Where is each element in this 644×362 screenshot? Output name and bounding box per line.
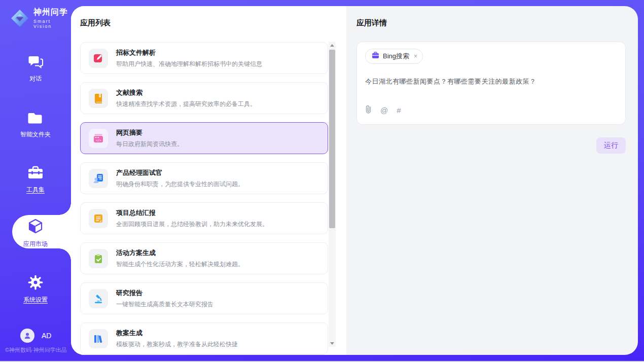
app-card-literature-search[interactable]: 文献搜索 快速精准查找学术资源，提高研究效率的必备工具。 (80, 82, 328, 114)
app-card-web-summary[interactable]: </> 网页摘要 每日政府新闻资讯快查。 (80, 122, 328, 154)
close-icon[interactable]: × (414, 53, 417, 60)
app-card-desc: 明确身份和职责，为您提供专业性的面试问题。 (116, 180, 244, 189)
browser-code-icon: </> (89, 129, 108, 148)
content-shell: 应用列表 招标文件解析 帮助用户快速、准确地理解和解析招标书中的关键信息 (71, 6, 638, 355)
prompt-editor-card[interactable]: Bing搜索 × 今日湖北有哪些新闻要点？有哪些需要关注的最新政策？ @ # (356, 42, 626, 125)
app-detail-title: 应用详情 (356, 18, 626, 28)
scrollbar-thumb[interactable] (329, 50, 335, 228)
edit-square-icon (89, 49, 108, 68)
user-initials: AD (42, 332, 51, 340)
app-list-pane: 应用列表 招标文件解析 帮助用户快速、准确地理解和解析招标书中的关键信息 (71, 6, 346, 355)
brand-text: 神州问学 Smart Vision (33, 7, 71, 29)
interviewer-icon (89, 169, 108, 188)
app-card-desc: 全面回顾项目进展，总结经验教训，助力未来优化发展。 (116, 220, 268, 229)
app-card-desc: 智能生成个性化活动方案，轻松解决规划难题。 (116, 260, 244, 269)
brand-subtitle: Smart Vision (33, 19, 71, 29)
run-button[interactable]: 运行 (596, 137, 626, 154)
scroll-down-icon[interactable] (329, 340, 336, 347)
app-card-lesson-plan-generator[interactable]: 教案生成 模板驱动，教案秒成，教学准备从此轻松快捷 (80, 322, 328, 354)
cube-icon (27, 218, 44, 236)
app-card-name: 教案生成 (116, 329, 238, 338)
sidebar-item-label: 应用市场 (23, 240, 48, 248)
app-card-event-plan-generator[interactable]: 活动方案生成 智能生成个性化活动方案，轻松解决规划难题。 (80, 242, 328, 274)
app-card-list: 招标文件解析 帮助用户快速、准确地理解和解析招标书中的关键信息 文献搜索 快速精… (80, 42, 328, 354)
tool-tag-bing-search[interactable]: Bing搜索 × (365, 49, 423, 64)
tool-tag-label: Bing搜索 (383, 52, 409, 61)
app-card-name: 招标文件解析 (116, 48, 262, 57)
sidebar-item-chat[interactable]: 对话 (0, 55, 71, 83)
brand-name: 神州问学 (33, 7, 71, 18)
app-card-desc: 每日政府新闻资讯快查。 (116, 140, 183, 149)
app-card-desc: 快速精准查找学术资源，提高研究效率的必备工具。 (116, 100, 256, 108)
attach-icon[interactable] (365, 105, 372, 116)
book-icon (89, 89, 108, 108)
app-card-name: 活动方案生成 (116, 248, 244, 258)
sidebar-item-label: 系统设置 (23, 296, 48, 304)
input-toolbar: @ # (365, 105, 617, 116)
app-card-name: 产品经理面试官 (116, 168, 244, 177)
app-card-name: 研究报告 (116, 288, 213, 298)
briefcase-icon (372, 52, 379, 61)
app-card-desc: 帮助用户快速、准确地理解和解析招标书中的关键信息 (116, 60, 262, 68)
notes-icon (89, 209, 108, 228)
sidebar-item-settings[interactable]: 系统设置 (0, 275, 71, 304)
app-list-title: 应用列表 (80, 18, 346, 28)
app-card-desc: 一键智能生成高质量长文本研究报告 (116, 300, 213, 309)
app-card-desc: 模板驱动，教案秒成，教学准备从此轻松快捷 (116, 340, 238, 349)
sidebar-item-toolset[interactable]: 工具集 (0, 166, 71, 194)
app-card-pm-interviewer[interactable]: 产品经理面试官 明确身份和职责，为您提供专业性的面试问题。 (80, 162, 328, 194)
app-card-name: 网页摘要 (116, 128, 183, 137)
toolbox-icon (27, 166, 44, 182)
prompt-text[interactable]: 今日湖北有哪些新闻要点？有哪些需要关注的最新政策？ (365, 77, 617, 86)
user-account[interactable]: AD (20, 329, 51, 343)
avatar (20, 329, 34, 343)
app-card-bid-document-analysis[interactable]: 招标文件解析 帮助用户快速、准确地理解和解析招标书中的关键信息 (80, 42, 328, 74)
sidebar-item-app-market[interactable]: 应用市场 (0, 218, 71, 248)
run-row: 运行 (356, 137, 626, 154)
hash-icon[interactable]: # (397, 106, 401, 115)
app-card-name: 项目总结汇报 (116, 208, 268, 218)
app-card-name: 文献搜索 (116, 88, 256, 97)
sidebar: 神州问学 Smart Vision 对话 智能文件夹 (0, 0, 71, 362)
folder-icon (28, 112, 43, 127)
sidebar-item-label: 智能文件夹 (20, 130, 51, 139)
app-card-research-report[interactable]: 研究报告 一键智能生成高质量长文本研究报告 (80, 282, 328, 314)
app-detail-pane: 应用详情 Bing搜索 × 今日湖北有哪些新闻要点？有哪些需要关注的最新政策？ (346, 6, 638, 355)
gear-icon (28, 275, 43, 292)
svg-text:</>: </> (96, 138, 101, 141)
scroll-up-icon[interactable] (329, 42, 336, 49)
sidebar-item-label: 工具集 (26, 186, 45, 194)
brand-logo-diamond-icon (10, 9, 29, 28)
books-icon (89, 329, 108, 348)
sidebar-item-smart-folder[interactable]: 智能文件夹 (0, 112, 71, 139)
clipboard-check-icon (89, 249, 108, 268)
microscope-icon (89, 289, 108, 308)
app-list-scrollbar[interactable] (329, 42, 336, 347)
sidebar-item-label: 对话 (29, 75, 42, 83)
chat-icon (28, 55, 43, 71)
copyright-footer: ©神州数码·神州问学出品 (5, 346, 71, 354)
app-card-project-summary[interactable]: 项目总结汇报 全面回顾项目进展，总结经验教训，助力未来优化发展。 (80, 202, 328, 234)
mention-icon[interactable]: @ (380, 106, 388, 115)
brand: 神州问学 Smart Vision (10, 7, 71, 29)
